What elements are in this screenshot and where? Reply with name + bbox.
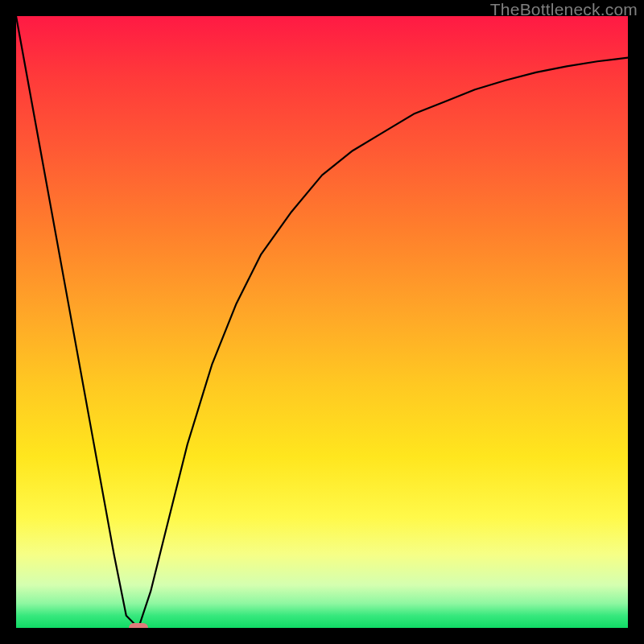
plot-area [16, 16, 628, 628]
minimum-marker [129, 623, 148, 628]
bottleneck-curve [16, 16, 628, 628]
chart-frame: TheBottleneck.com [0, 0, 644, 644]
